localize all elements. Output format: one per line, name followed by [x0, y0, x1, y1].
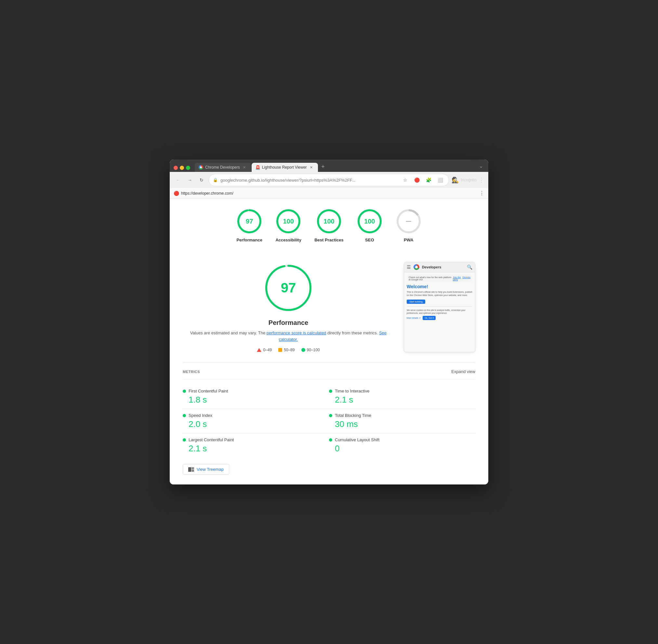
- address-text: googlechrome.github.io/lighthouse/viewer…: [220, 178, 398, 183]
- ss-cta-button[interactable]: Start building: [407, 300, 425, 304]
- metric-tbt-dot: [329, 414, 332, 417]
- metric-si: Speed Index 2.0 s: [183, 409, 329, 434]
- view-treemap-button[interactable]: View Treemap: [183, 464, 229, 475]
- score-pwa[interactable]: — PWA: [396, 208, 422, 243]
- info-bar-menu-button[interactable]: ⋮: [479, 190, 484, 196]
- info-bar-url: https://developer.chrome.com/: [181, 191, 234, 196]
- metric-lcp-value: 2.1 s: [189, 443, 329, 454]
- browser-menu-button[interactable]: ⋮: [479, 177, 484, 184]
- pwa-label: PWA: [404, 237, 414, 243]
- performance-left: 97 Performance Values are estimated and …: [183, 262, 394, 352]
- bookmark-icon[interactable]: ☆: [400, 176, 410, 185]
- best-practices-gauge: 100: [316, 208, 342, 234]
- performance-legend: 0–49 50–89 90–100: [183, 348, 394, 352]
- treemap-button-label: View Treemap: [197, 467, 224, 472]
- metric-tti-dot: [329, 390, 332, 393]
- metric-cls: Cumulative Layout Shift 0: [329, 434, 475, 458]
- tab-chrome-developers-close[interactable]: ✕: [242, 165, 247, 170]
- score-best-practices[interactable]: 100 Best Practices: [314, 208, 344, 243]
- ss-more-details-link[interactable]: More details ↗: [407, 317, 421, 319]
- tab-chrome-developers[interactable]: Chrome Developers ✕: [195, 163, 251, 172]
- score-accessibility[interactable]: 100 Accessibility: [276, 208, 301, 243]
- metric-lcp: Largest Contentful Paint 2.1 s: [183, 434, 329, 458]
- metric-tti: Time to Interactive 2.1 s: [329, 385, 475, 409]
- ss-chrome-logo: [414, 264, 419, 270]
- metric-si-value: 2.0 s: [189, 419, 329, 429]
- metrics-grid: First Contentful Paint 1.8 s Time to Int…: [183, 385, 475, 458]
- metric-tbt: Total Blocking Time 30 ms: [329, 409, 475, 434]
- treemap-cell-3: [192, 469, 194, 472]
- seo-label: SEO: [365, 237, 374, 243]
- close-button[interactable]: [174, 166, 178, 170]
- address-bar[interactable]: 🔒 googlechrome.github.io/lighthouse/view…: [209, 174, 449, 186]
- metric-fcp-label: First Contentful Paint: [189, 389, 228, 393]
- main-content: 97 Performance 100 Accessibility: [170, 199, 488, 484]
- performance-score: 97: [246, 218, 253, 225]
- lighthouse-icon: 🚨: [255, 165, 260, 170]
- treemap-cell-2: [192, 467, 194, 469]
- back-button[interactable]: ←: [174, 176, 183, 185]
- minimize-button[interactable]: [180, 166, 184, 170]
- seo-score: 100: [364, 218, 375, 225]
- browser-window: Chrome Developers ✕ 🚨 Lighthouse Report …: [170, 160, 488, 484]
- address-path: /lighthouse/viewer/?psiurl=https%3A%2F%2…: [264, 178, 355, 183]
- metric-si-name-row: Speed Index: [183, 413, 329, 418]
- legend-good-range: 90–100: [307, 348, 320, 352]
- screenshot-preview: ☰ Developers 🔍 Check out what's new for …: [404, 262, 475, 352]
- info-bar: 🔴 https://developer.chrome.com/ ⋮: [170, 188, 488, 199]
- ss-site-title: Developers: [422, 265, 441, 269]
- tab-lighthouse-close[interactable]: ✕: [309, 165, 314, 170]
- cast-icon[interactable]: ⬜: [436, 176, 445, 185]
- forward-button[interactable]: →: [185, 176, 194, 185]
- ss-banner-buttons: Join the party Dismiss: [453, 276, 470, 281]
- metrics-section: METRICS Expand view First Contentful Pai…: [183, 362, 475, 475]
- score-seo[interactable]: 100 SEO: [357, 208, 382, 243]
- ss-join-party-link[interactable]: Join the party: [453, 276, 461, 281]
- new-tab-button[interactable]: +: [319, 163, 328, 172]
- metric-lcp-label: Largest Contentful Paint: [189, 437, 234, 442]
- extension-icon[interactable]: 🔴: [412, 176, 421, 185]
- tab-chrome-developers-label: Chrome Developers: [205, 165, 240, 169]
- legend-poor-range: 0–49: [263, 348, 272, 352]
- lighthouse-tab-icon: 🚨: [256, 165, 260, 169]
- ss-cookie-bar: We serve cookies on this site to analyze…: [407, 306, 473, 320]
- ss-ok-button[interactable]: Ok, Got It: [423, 316, 436, 320]
- metric-tbt-label: Total Blocking Time: [335, 413, 371, 418]
- title-bar: Chrome Developers ✕ 🚨 Lighthouse Report …: [170, 160, 488, 188]
- chrome-tab-icon: [199, 165, 203, 169]
- metric-tbt-name-row: Total Blocking Time: [329, 413, 475, 418]
- reload-button[interactable]: ↻: [197, 176, 206, 185]
- tab-lighthouse[interactable]: 🚨 Lighthouse Report Viewer ✕: [251, 163, 318, 172]
- maximize-button[interactable]: [186, 166, 190, 170]
- pwa-gauge: —: [396, 208, 422, 234]
- ss-body-text: This is Chrome's official site to help y…: [407, 291, 473, 297]
- average-icon: [278, 348, 282, 352]
- incognito-area: 🕵 Incognito ⋮: [452, 177, 484, 184]
- info-bar-favicon: 🔴: [174, 191, 179, 196]
- address-row: ← → ↻ 🔒 googlechrome.github.io/lighthous…: [170, 172, 488, 188]
- tab-menu-button[interactable]: ⌄: [478, 162, 484, 170]
- perf-score-link[interactable]: performance score is calculated: [267, 330, 326, 335]
- best-practices-label: Best Practices: [314, 237, 344, 243]
- metric-tti-name-row: Time to Interactive: [329, 389, 475, 393]
- performance-description: Values are estimated and may vary. The p…: [183, 330, 394, 343]
- ss-hamburger-icon: ☰: [407, 264, 411, 270]
- metric-tbt-value: 30 ms: [335, 419, 475, 429]
- performance-gauge: 97: [236, 208, 262, 234]
- accessibility-score: 100: [283, 218, 294, 225]
- score-performance[interactable]: 97 Performance: [236, 208, 262, 243]
- metrics-title: METRICS: [183, 370, 200, 374]
- performance-section: 97 Performance Values are estimated and …: [183, 262, 475, 352]
- best-practices-score: 100: [324, 218, 334, 225]
- screenshot-header: ☰ Developers 🔍: [404, 262, 475, 272]
- metric-si-dot: [183, 414, 186, 417]
- metric-fcp-name-row: First Contentful Paint: [183, 389, 329, 393]
- accessibility-label: Accessibility: [276, 237, 301, 243]
- metric-lcp-name-row: Largest Contentful Paint: [183, 437, 329, 442]
- legend-average-range: 50–89: [284, 348, 294, 352]
- ss-dismiss-link[interactable]: Dismiss: [463, 276, 471, 281]
- incognito-icon: 🕵: [452, 177, 459, 184]
- ss-banner: Check out what's new for the web platfor…: [407, 275, 473, 282]
- puzzle-icon[interactable]: 🧩: [424, 176, 433, 185]
- expand-view-button[interactable]: Expand view: [451, 369, 475, 374]
